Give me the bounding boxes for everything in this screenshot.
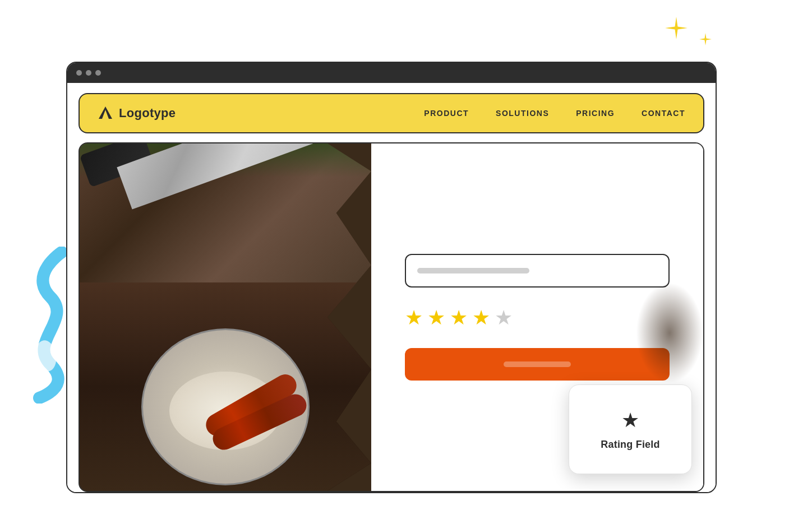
submit-button[interactable] (405, 348, 670, 381)
navbar: Logotype PRODUCT SOLUTIONS PRICING CONTA… (79, 93, 704, 133)
text-input-field[interactable] (405, 254, 670, 288)
food-image-background (80, 143, 371, 491)
nav-solutions[interactable]: SOLUTIONS (496, 109, 549, 118)
star-rating[interactable]: ★ ★ ★ ★ ★ (405, 308, 670, 328)
star-5[interactable]: ★ (495, 308, 513, 328)
rating-field-card: ★ Rating Field (569, 384, 692, 474)
wavy-mask (80, 143, 371, 491)
nav-product[interactable]: PRODUCT (424, 109, 469, 118)
logo-area: Logotype (98, 105, 176, 121)
food-lower-area (80, 282, 371, 491)
rating-card-label: Rating Field (601, 439, 659, 451)
sparkle-large-icon (664, 16, 689, 40)
logo-icon (98, 105, 113, 121)
main-content-area: ★ ★ ★ ★ ★ ★ Rating Field (79, 142, 704, 492)
food-image-inner (80, 143, 371, 491)
decorative-wave (22, 247, 73, 404)
browser-dot-1 (76, 70, 82, 76)
browser-dot-2 (86, 70, 91, 76)
sparkle-small-icon (699, 33, 712, 46)
knife-area (80, 143, 371, 300)
input-placeholder (417, 268, 529, 273)
browser-bar (67, 63, 716, 83)
nav-pricing[interactable]: PRICING (576, 109, 615, 118)
plate (141, 328, 310, 485)
button-label-placeholder (504, 361, 571, 367)
rating-card-star-icon: ★ (621, 409, 639, 432)
browser-window: Logotype PRODUCT SOLUTIONS PRICING CONTA… (66, 62, 717, 493)
logo-text: Logotype (119, 106, 176, 120)
nav-contact[interactable]: CONTACT (642, 109, 685, 118)
browser-dot-3 (95, 70, 101, 76)
browser-content: Logotype PRODUCT SOLUTIONS PRICING CONTA… (67, 83, 716, 492)
star-1[interactable]: ★ (405, 308, 423, 328)
star-2[interactable]: ★ (427, 308, 445, 328)
star-4[interactable]: ★ (472, 308, 490, 328)
nav-links: PRODUCT SOLUTIONS PRICING CONTACT (424, 109, 685, 118)
star-3[interactable]: ★ (450, 308, 468, 328)
food-image-section (80, 143, 371, 491)
